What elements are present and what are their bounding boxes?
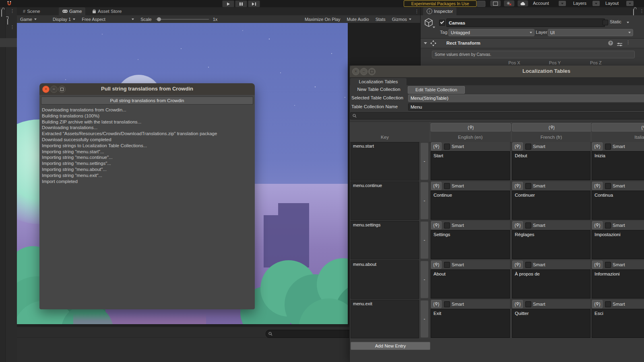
metadata-button[interactable]: {} xyxy=(512,300,523,308)
frame-capture-button[interactable] xyxy=(490,0,501,6)
table-collection-name-field[interactable]: Menu xyxy=(408,103,644,111)
translation-text-area[interactable]: Impostazioni xyxy=(592,230,644,259)
translation-text-area[interactable]: Start xyxy=(431,151,510,180)
translation-text-area[interactable]: Continua xyxy=(592,191,644,220)
presets-icon[interactable] xyxy=(617,41,622,48)
metadata-button[interactable]: {} xyxy=(512,221,523,229)
key-cell[interactable]: menu.start xyxy=(351,142,419,181)
foldout-icon[interactable] xyxy=(424,42,427,44)
tab-localization-tables[interactable]: Localization Tables xyxy=(350,78,407,85)
more-menu-icon[interactable]: ⋮ xyxy=(640,9,644,13)
layer-dropdown[interactable]: UI xyxy=(548,29,633,36)
translation-text-area[interactable]: About xyxy=(431,269,510,298)
cloud-services-button[interactable] xyxy=(518,0,528,6)
translation-text-area[interactable]: Informazioni xyxy=(592,269,644,298)
translation-text-area[interactable]: Exit xyxy=(431,309,510,338)
smart-checkbox[interactable] xyxy=(525,222,531,228)
window-titlebar[interactable]: × − Localization Tables xyxy=(350,66,644,78)
translation-text-area[interactable]: Début xyxy=(512,151,590,180)
smart-checkbox[interactable] xyxy=(605,183,611,189)
popout-window-icon[interactable] xyxy=(7,17,8,25)
selected-table-collection-field[interactable]: Menu(StringTable) xyxy=(408,95,644,102)
translation-text-area[interactable]: Inizia xyxy=(592,151,644,180)
layers-label[interactable]: Layers xyxy=(573,1,586,6)
smart-checkbox[interactable] xyxy=(444,301,450,307)
translation-text-area[interactable]: Esci xyxy=(592,309,644,338)
scale-slider[interactable] xyxy=(156,19,209,20)
layers-dropdown[interactable] xyxy=(592,1,600,6)
translation-text-area[interactable]: Settings xyxy=(431,230,510,259)
dialog-titlebar[interactable]: × − Pull string translations from Crowdi… xyxy=(39,83,255,95)
metadata-button[interactable]: {} xyxy=(431,261,442,269)
tab-game[interactable]: Game xyxy=(59,7,85,15)
display-dropdown[interactable]: Display 1 xyxy=(50,15,78,23)
smart-checkbox[interactable] xyxy=(444,222,450,228)
translation-text-area[interactable]: Continue xyxy=(431,191,510,220)
metadata-button[interactable]: {} xyxy=(592,221,603,229)
game-panel-menu-icon[interactable]: ⋮ xyxy=(415,9,419,13)
column-header-italian[interactable]: Italian (it) xyxy=(592,135,644,140)
metadata-button[interactable]: {} xyxy=(431,142,442,150)
active-checkbox[interactable] xyxy=(439,20,445,26)
object-name-field[interactable]: Canvas xyxy=(446,19,605,27)
smart-checkbox[interactable] xyxy=(605,301,611,307)
experimental-packages-button[interactable]: Experimental Packages In Use xyxy=(404,0,477,7)
smart-checkbox[interactable] xyxy=(605,262,611,268)
smart-checkbox[interactable] xyxy=(525,183,531,189)
smart-checkbox[interactable] xyxy=(525,262,531,268)
key-cell[interactable]: menu.exit xyxy=(351,300,419,338)
smart-checkbox[interactable] xyxy=(444,262,450,268)
metadata-button[interactable]: {} xyxy=(592,142,603,150)
column-settings-button-en[interactable]: {} xyxy=(431,123,511,132)
metadata-button[interactable]: {} xyxy=(592,300,603,308)
remove-entry-button[interactable]: - xyxy=(421,182,428,219)
edit-table-collection-button[interactable]: Edit Table Collection xyxy=(408,86,465,94)
column-header-french[interactable]: French (fr) xyxy=(512,135,590,140)
maximize-on-play-toggle[interactable]: Maximize On Play xyxy=(301,15,344,23)
remove-entry-button[interactable]: - xyxy=(421,222,428,259)
smart-checkbox[interactable] xyxy=(444,183,450,189)
key-cell[interactable]: menu.continue xyxy=(351,181,419,220)
translation-text-area[interactable]: Réglages xyxy=(512,230,590,259)
mute-audio-toggle[interactable]: Mute Audio xyxy=(344,15,372,23)
tab-asset-store[interactable]: Asset Store xyxy=(89,7,125,15)
remove-entry-button[interactable]: - xyxy=(421,143,428,180)
scale-slider-handle[interactable] xyxy=(157,17,161,21)
smart-checkbox[interactable] xyxy=(525,301,531,307)
component-header[interactable]: Rect Transform ? ⋮ xyxy=(421,39,644,48)
key-cell[interactable]: menu.settings xyxy=(351,221,419,259)
lock-icon[interactable] xyxy=(1,10,2,17)
layout-label[interactable]: Layout xyxy=(605,1,619,6)
metadata-button[interactable]: {} xyxy=(431,300,442,308)
more-menu-icon[interactable]: ⋮ xyxy=(10,25,14,29)
pull-translations-button[interactable]: Pull string translations from Crowdin xyxy=(41,97,253,105)
new-table-collection-button[interactable]: New Table Collection xyxy=(350,86,407,93)
metadata-button[interactable]: {} xyxy=(512,182,523,190)
smart-checkbox[interactable] xyxy=(605,144,611,150)
translation-text-area[interactable]: Continuer xyxy=(512,191,590,220)
collab-status-button[interactable] xyxy=(504,0,514,6)
add-new-entry-button[interactable]: Add New Entry xyxy=(351,342,430,350)
translation-text-area[interactable]: À propos de xyxy=(512,269,590,298)
step-button[interactable] xyxy=(248,0,260,7)
metadata-button[interactable]: {} xyxy=(431,221,442,229)
metadata-button[interactable]: {} xyxy=(431,182,442,190)
experimental-packages-dropdown[interactable] xyxy=(477,1,485,7)
stats-toggle[interactable]: Stats xyxy=(372,15,389,23)
metadata-button[interactable]: {} xyxy=(592,261,603,269)
maximize-button[interactable] xyxy=(368,68,376,75)
column-settings-button-fr[interactable]: {} xyxy=(512,123,591,132)
tag-dropdown[interactable]: Untagged xyxy=(448,29,535,36)
account-label[interactable]: Account xyxy=(533,1,549,6)
column-settings-button-it[interactable]: {} xyxy=(592,123,644,132)
play-button[interactable] xyxy=(222,0,234,7)
icon-dropdown-chevron[interactable] xyxy=(433,27,435,28)
table-search-input[interactable] xyxy=(350,112,644,119)
translation-text-area[interactable]: Quitter xyxy=(512,309,590,338)
aspect-ratio-dropdown[interactable]: Free Aspect xyxy=(78,15,137,23)
remove-entry-button[interactable]: - xyxy=(421,300,428,337)
smart-checkbox[interactable] xyxy=(444,144,450,150)
more-menu-icon[interactable]: ⋮ xyxy=(10,9,14,13)
tab-inspector[interactable]: i Inspector xyxy=(423,7,456,15)
smart-checkbox[interactable] xyxy=(605,222,611,228)
